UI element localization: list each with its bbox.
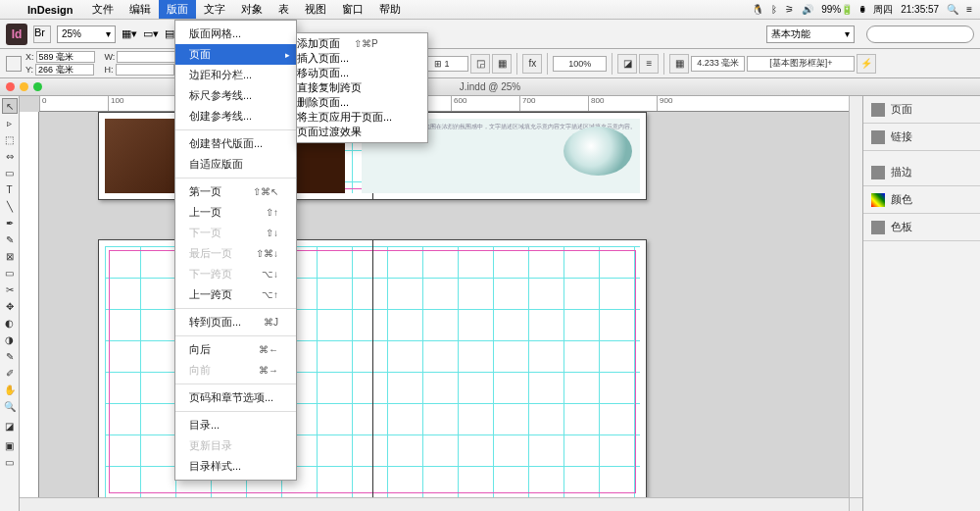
fill-stroke-toggle[interactable]: ◪ <box>2 415 18 436</box>
note-tool[interactable]: ✎ <box>2 348 18 364</box>
menu-item[interactable]: 上一跨页⌥↑ <box>175 284 296 305</box>
submenu-item[interactable]: 插入页面... <box>297 51 427 66</box>
ruler-horizontal[interactable]: 0100200300400500600700800900 <box>39 96 862 112</box>
line-tool[interactable]: ╲ <box>2 198 18 214</box>
opacity-input[interactable]: 100% <box>553 56 607 72</box>
menu-item[interactable]: 自适应版面 <box>175 154 296 175</box>
panel-links[interactable]: 链接 <box>863 124 980 151</box>
eyedropper-tool[interactable]: ✐ <box>2 365 18 381</box>
submenu-item[interactable]: 删除页面... <box>297 95 427 110</box>
panel-pages[interactable]: 页面 <box>863 96 980 124</box>
volume-icon[interactable]: 🔊 <box>802 4 813 15</box>
menu-object[interactable]: 对象 <box>233 0 270 19</box>
app-name[interactable]: InDesign <box>27 4 73 16</box>
quick-apply-icon[interactable]: ⚡ <box>857 54 876 74</box>
battery-status[interactable]: 99%🔋 <box>821 4 853 15</box>
menu-window[interactable]: 窗口 <box>334 0 371 19</box>
align-icon[interactable]: ≡ <box>639 54 659 74</box>
menu-item[interactable]: 标尺参考线... <box>175 85 296 106</box>
scissors-tool[interactable]: ✂ <box>2 281 18 297</box>
menu-help[interactable]: 帮助 <box>371 0 409 19</box>
menu-item[interactable]: 上一页⇧↑ <box>175 202 296 223</box>
close-window-button[interactable] <box>6 82 15 91</box>
menu-type[interactable]: 文字 <box>196 0 233 19</box>
frame-grid-icon[interactable]: ▦ <box>669 54 689 74</box>
menu-item[interactable]: 创建参考线... <box>175 106 296 127</box>
page-tool[interactable]: ⬚ <box>2 131 18 147</box>
gap-tool[interactable]: ⇔ <box>2 148 18 164</box>
screen-mode-tool[interactable]: ▭ <box>2 454 18 470</box>
hand-tool[interactable]: ✋ <box>2 382 18 397</box>
menu-item[interactable]: 页面 <box>175 44 296 65</box>
view-options-button[interactable]: ▦▾ <box>122 27 137 40</box>
wifi-icon[interactable]: ⚞ <box>785 4 794 15</box>
canvas[interactable]: 广阔的风景长卷将用户包围在浓烈的氛围感中，文字描述区域填充示意内容文字描述区域填… <box>39 112 862 511</box>
gradient-feather-tool[interactable]: ◑ <box>2 332 18 347</box>
rectangle-frame-tool[interactable]: ⊠ <box>2 248 18 264</box>
free-transform-tool[interactable]: ✥ <box>2 298 18 314</box>
minimize-window-button[interactable] <box>20 82 28 91</box>
workspace-select[interactable]: 基本功能▾ <box>766 26 855 43</box>
menu-item[interactable]: 第一页⇧⌘↖ <box>175 181 296 202</box>
canvas-area: 0100200300400500600700800900 广阔的风景长卷将用户包… <box>20 96 862 511</box>
placed-image-coffee[interactable] <box>564 127 632 176</box>
submenu-item[interactable]: 添加页面⇧⌘P <box>297 36 427 51</box>
scrollbar-vertical[interactable] <box>849 96 862 497</box>
direct-selection-tool[interactable]: ▹ <box>2 115 18 130</box>
menu-item[interactable]: 目录... <box>175 415 296 435</box>
search-input[interactable] <box>866 26 974 43</box>
spotlight-icon[interactable]: ⧯ <box>860 4 865 15</box>
ruler-vertical[interactable] <box>20 112 39 511</box>
scrollbar-horizontal[interactable] <box>20 497 849 511</box>
panel-swatches[interactable]: 色板 <box>863 214 980 241</box>
panel-color[interactable]: 颜色 <box>863 186 980 214</box>
rectangle-tool[interactable]: ▭ <box>2 265 18 281</box>
zoom-tool[interactable]: 🔍 <box>2 398 18 414</box>
w-input[interactable] <box>117 51 175 63</box>
penguin-icon[interactable]: 🐧 <box>752 4 763 15</box>
effects-icon[interactable]: fx <box>522 54 542 74</box>
submenu-item[interactable]: 移动页面... <box>297 66 427 80</box>
menu-item[interactable]: 边距和分栏... <box>175 65 296 85</box>
selection-tool[interactable]: ↖ <box>2 98 18 114</box>
submenu-item[interactable]: 页面过渡效果 <box>297 125 427 139</box>
zoom-window-button[interactable] <box>33 82 42 91</box>
gradient-swatch-tool[interactable]: ◐ <box>2 315 18 331</box>
menu-item[interactable]: 页码和章节选项... <box>175 387 296 408</box>
menu-item[interactable]: 版面网格... <box>175 24 296 44</box>
clock[interactable]: 21:35:57 <box>901 4 939 15</box>
options-bar: X: Y: W: H: ⛓ ↺ ↻ ⇋ ⇵ ▣ ◎ ╱ ⊞ 1 ◲ ▦ fx 1… <box>0 49 980 78</box>
y-input[interactable] <box>35 64 94 76</box>
h-input[interactable] <box>116 64 174 76</box>
drop-shadow-icon[interactable]: ◪ <box>617 54 637 74</box>
x-input[interactable] <box>36 51 95 63</box>
pen-tool[interactable]: ✒ <box>2 215 18 230</box>
grid-size-input[interactable]: 4.233 毫米 <box>691 56 745 72</box>
submenu-item[interactable]: 直接复制跨页 <box>297 80 427 95</box>
menu-item[interactable]: 向后⌘← <box>175 339 296 360</box>
color-apply-icon[interactable]: ▣ <box>2 437 18 453</box>
menu-file[interactable]: 文件 <box>84 0 122 19</box>
bridge-icon[interactable]: Br <box>33 26 51 43</box>
zoom-select[interactable]: 25%▾ <box>57 26 116 43</box>
menu-edit[interactable]: 编辑 <box>122 0 159 19</box>
menu-item[interactable]: 转到页面...⌘J <box>175 312 296 332</box>
bluetooth-icon[interactable]: ᛒ <box>771 4 777 15</box>
frame-type-select[interactable]: [基本图形框架]+ <box>747 56 855 72</box>
content-collector-tool[interactable]: ▭ <box>2 165 18 180</box>
reference-point-icon[interactable] <box>6 56 22 72</box>
menu-table[interactable]: 表 <box>270 0 297 19</box>
notifications-icon[interactable]: ≡ <box>966 4 972 15</box>
type-tool[interactable]: T <box>2 181 18 197</box>
menu-view[interactable]: 视图 <box>297 0 334 19</box>
menu-layout[interactable]: 版面 <box>159 0 196 19</box>
screen-mode-button[interactable]: ▭▾ <box>143 27 159 40</box>
menu-item[interactable]: 创建替代版面... <box>175 133 296 154</box>
pencil-tool[interactable]: ✎ <box>2 231 18 247</box>
submenu-item[interactable]: 将主页应用于页面... <box>297 110 427 125</box>
corner-options-icon[interactable]: ◲ <box>470 54 490 74</box>
text-wrap-icon[interactable]: ▦ <box>492 54 512 74</box>
menu-item[interactable]: 目录样式... <box>175 456 296 477</box>
panel-stroke[interactable]: 描边 <box>863 159 980 186</box>
search-icon[interactable]: 🔍 <box>947 4 958 15</box>
